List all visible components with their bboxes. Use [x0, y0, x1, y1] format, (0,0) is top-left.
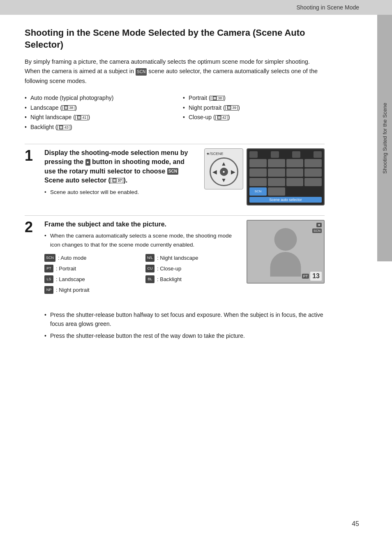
step2-bottom-right: PT 13	[302, 272, 322, 281]
book-icon: 🔲 42	[215, 115, 228, 120]
scene-cell	[268, 187, 285, 196]
bullet-col-right: Portrait (🔲 38) Night portrait (🔲 39) Cl…	[183, 93, 325, 132]
scene-cell	[249, 178, 267, 186]
step2-camera-image: ★ SCN PT 13	[247, 220, 325, 284]
scene-cell	[249, 159, 267, 167]
mode-icon-closeup: CU	[145, 265, 154, 272]
list-item: Night landscape (🔲 41)	[25, 113, 166, 122]
step-divider-2	[25, 215, 325, 216]
step2-number: 2	[25, 220, 36, 235]
step2-section: 2 Frame the subject and take the picture…	[25, 220, 325, 300]
list-item: Auto mode (typical photography)	[25, 93, 166, 103]
nav-selector-wheel: ▲ ▼ ◀ ▶ ●	[210, 157, 238, 186]
step2-portrait-icon: PT	[302, 274, 309, 279]
scene-auto-icon: SCN	[167, 168, 178, 175]
mode-icon-backlight: BL	[145, 275, 154, 283]
mode-label-landscape: : Landscape	[56, 275, 85, 284]
mode-label-nightportrait: : Night portrait	[56, 286, 90, 295]
list-item: Landscape (🔲 38)	[25, 103, 166, 113]
extra-bullet-focus: Press the shutter-release button halfway…	[44, 310, 325, 329]
step1-sub-bullet: Scene auto selector will be enabled.	[44, 188, 196, 197]
intro-paragraph: By simply framing a picture, the camera …	[25, 57, 325, 86]
step2-title: Frame the subject and take the picture.	[44, 220, 238, 229]
mode-icon-item: CU : Close-up	[145, 264, 238, 273]
step2-frame-info: PT 13	[302, 272, 322, 281]
header-title: Shooting in Scene Mode	[296, 4, 359, 11]
camera-top-cell	[292, 151, 300, 158]
camera-top-cell	[271, 151, 279, 158]
mode-icon-portrait: PT	[44, 265, 53, 272]
camera-scene-ui: SCN Scene auto selector	[247, 148, 325, 205]
nav-label: ★/SCENE	[205, 152, 224, 156]
extra-bullets: Press the shutter-release button halfway…	[44, 310, 325, 340]
mode-label-portrait: : Portrait	[56, 264, 76, 273]
step1-title: Display the shooting-mode selection menu…	[44, 148, 196, 185]
scene-cell	[268, 159, 285, 167]
mode-icon-item: N/L : Night landscape	[145, 254, 238, 263]
extra-bullet-shutter: Press the shutter-release button the res…	[44, 331, 325, 340]
mode-label-nightlandscape: : Night landscape	[157, 254, 198, 263]
scene-cell	[286, 168, 304, 177]
book-icon: 🔲 38	[62, 105, 75, 111]
scene-selector-bar: Scene auto selector	[249, 197, 322, 203]
bullet-col-left: Auto mode (typical photography) Landscap…	[25, 93, 166, 132]
nav-arrow-up: ▲	[221, 160, 227, 167]
camera-top-cell	[314, 151, 322, 158]
scene-cell	[268, 168, 285, 177]
scene-cell	[304, 159, 322, 167]
mode-icon-nightportrait: NP	[44, 286, 53, 294]
person-head	[274, 228, 297, 251]
list-item: Portrait (🔲 38)	[183, 93, 325, 103]
scene-cell	[304, 168, 322, 177]
step1-bold: Scene auto selector	[44, 177, 106, 184]
list-item: Close-up (🔲 42)	[183, 113, 325, 122]
mode-icon-item: NP : Night portrait	[44, 286, 137, 295]
camera-top-cell	[249, 151, 258, 158]
nav-arrow-left: ◀	[212, 168, 217, 175]
side-tab: Shooting Suited for the Scene	[377, 15, 392, 261]
mode-icons-grid: SCN : Auto mode N/L : Night landscape PT…	[44, 254, 238, 295]
mode-icon-item: LS : Landscape	[44, 275, 137, 284]
mode-icon-item: PT : Portrait	[44, 264, 137, 273]
mode-icon-item: BL : Backlight	[145, 275, 238, 284]
book-icon: 🔲 39	[225, 105, 238, 111]
book-icon: 🔲 43	[57, 125, 70, 130]
step2-icon-small: SCN	[312, 228, 322, 233]
scene-grid: SCN	[249, 159, 322, 196]
nav-center-button[interactable]: ●	[220, 168, 228, 176]
step2-icon-small: ★	[316, 223, 322, 227]
main-content: Shooting in the Scene Mode Selected by t…	[0, 15, 357, 367]
book-ref: 🔲 37	[111, 178, 124, 183]
step1-number: 1	[25, 148, 36, 163]
header-bar: Shooting in Scene Mode	[0, 0, 392, 15]
step2-frame-number: 13	[310, 272, 322, 281]
list-item: Backlight (🔲 43)	[25, 122, 166, 132]
mode-icon-auto: SCN	[44, 254, 55, 262]
camera-icon: ●	[85, 159, 90, 166]
person-body	[270, 252, 301, 277]
book-icon: 🔲 38	[211, 96, 224, 101]
scene-cell	[304, 178, 322, 186]
bullet-columns: Auto mode (typical photography) Landscap…	[25, 93, 325, 132]
page-title: Shooting in the Scene Mode Selected by t…	[25, 27, 325, 51]
step2-icons-top: ★ SCN	[312, 223, 322, 233]
list-item: Night portrait (🔲 39)	[183, 103, 325, 113]
scene-cell	[286, 178, 304, 186]
mode-label-closeup: : Close-up	[157, 264, 181, 273]
step1-content: Display the shooting-mode selection menu…	[44, 148, 196, 196]
scene-cell-selected: SCN	[249, 187, 267, 196]
mode-label-backlight: : Backlight	[157, 275, 182, 284]
step2-sub-text: When the camera automatically selects a …	[44, 231, 238, 249]
book-icon: 🔲 41	[75, 115, 88, 120]
step1-section: 1 Display the shooting-mode selection me…	[25, 148, 325, 205]
scene-cell	[286, 159, 304, 167]
nav-arrow-down: ▼	[221, 177, 227, 183]
scene-icon-inline: SCN	[136, 68, 147, 76]
page-number: 45	[352, 520, 359, 528]
scene-cell	[268, 178, 285, 186]
side-tab-text: Shooting Suited for the Scene	[382, 103, 388, 174]
scene-cell	[249, 168, 267, 177]
camera-top-row	[249, 151, 322, 158]
mode-icon-landscape: LS	[44, 275, 53, 283]
mode-label-auto: : Auto mode	[58, 254, 86, 263]
